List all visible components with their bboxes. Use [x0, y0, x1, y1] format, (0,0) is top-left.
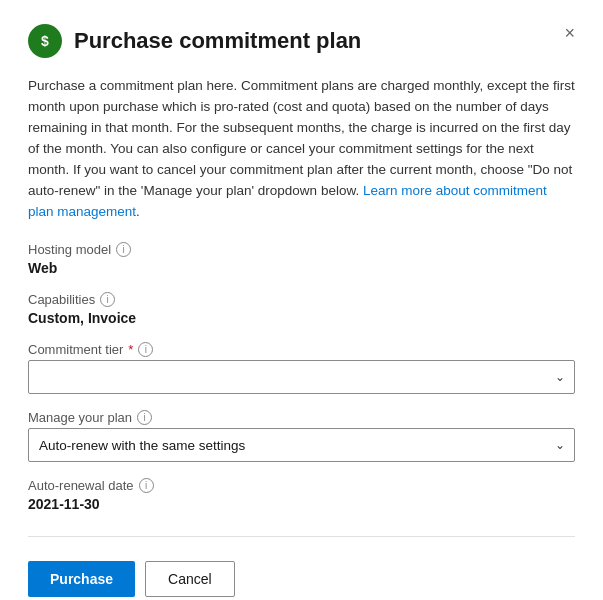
- auto-renewal-date-info-icon[interactable]: i: [139, 478, 154, 493]
- capabilities-field: Capabilities i Custom, Invoice: [28, 292, 575, 326]
- manage-plan-field: Manage your plan i Auto-renew with the s…: [28, 410, 575, 462]
- close-button[interactable]: ×: [556, 20, 583, 46]
- dialog-header: $ Purchase commitment plan ×: [28, 24, 575, 58]
- commitment-tier-select-wrapper: ⌄: [28, 360, 575, 394]
- manage-plan-info-icon[interactable]: i: [137, 410, 152, 425]
- manage-plan-select-wrapper: Auto-renew with the same settings Do not…: [28, 428, 575, 462]
- hosting-model-value: Web: [28, 260, 575, 276]
- auto-renewal-date-field: Auto-renewal date i 2021-11-30: [28, 478, 575, 512]
- hosting-model-info-icon[interactable]: i: [116, 242, 131, 257]
- auto-renewal-date-value: 2021-11-30: [28, 496, 575, 512]
- purchase-button[interactable]: Purchase: [28, 561, 135, 597]
- hosting-model-label: Hosting model i: [28, 242, 575, 257]
- commitment-tier-label: Commitment tier * i: [28, 342, 575, 357]
- capabilities-info-icon[interactable]: i: [100, 292, 115, 307]
- purchase-commitment-dialog: $ Purchase commitment plan × Purchase a …: [0, 0, 603, 600]
- cancel-button[interactable]: Cancel: [145, 561, 235, 597]
- capabilities-value: Custom, Invoice: [28, 310, 575, 326]
- required-marker: *: [128, 342, 133, 357]
- app-icon: $: [28, 24, 62, 58]
- dialog-title: Purchase commitment plan: [74, 28, 575, 54]
- divider: [28, 536, 575, 537]
- manage-plan-label: Manage your plan i: [28, 410, 575, 425]
- hosting-model-field: Hosting model i Web: [28, 242, 575, 276]
- description-text: Purchase a commitment plan here. Commitm…: [28, 76, 575, 222]
- commitment-tier-field: Commitment tier * i ⌄: [28, 342, 575, 394]
- capabilities-label: Capabilities i: [28, 292, 575, 307]
- manage-plan-select[interactable]: Auto-renew with the same settings Do not…: [28, 428, 575, 462]
- commitment-tier-info-icon[interactable]: i: [138, 342, 153, 357]
- commitment-tier-select[interactable]: [28, 360, 575, 394]
- button-row: Purchase Cancel: [28, 561, 575, 597]
- auto-renewal-date-label: Auto-renewal date i: [28, 478, 575, 493]
